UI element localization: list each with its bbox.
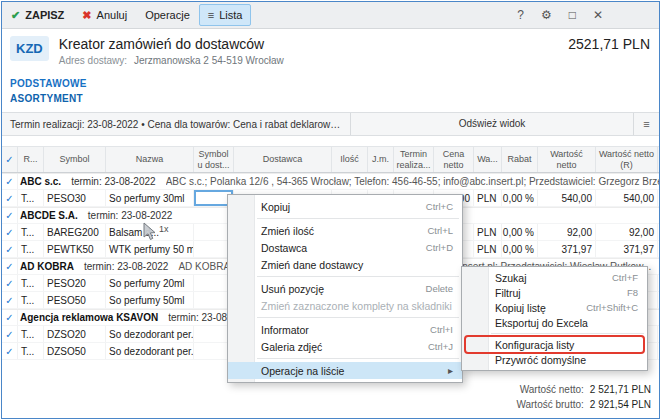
group-row[interactable]: ✓ABC s.c.termin: 23-08-2022ABC s.c.; Pol… xyxy=(2,173,659,190)
delivery-address: Adres dostawy: Jerzmanowska 2 54-519 Wro… xyxy=(59,55,650,66)
tab-podstawowe[interactable]: PODSTAWOWE xyxy=(10,76,87,91)
cell[interactable]: PLN xyxy=(474,190,502,206)
cell[interactable]: 371,97 xyxy=(596,241,658,257)
column-header[interactable]: Wa... xyxy=(474,147,502,172)
cell[interactable]: PESO50 xyxy=(44,292,106,308)
cell[interactable]: T... xyxy=(18,275,44,291)
context-menu: KopiujCtrl+CZmień ilośćCtrl+LDostawcaCtr… xyxy=(227,194,463,383)
cell[interactable]: T... xyxy=(18,241,44,257)
cell[interactable]: So perfumy 50ml xyxy=(106,292,194,308)
column-header[interactable]: Symbol u dost... xyxy=(194,147,234,172)
cell[interactable]: So perfumy 20ml xyxy=(106,275,194,291)
cell[interactable]: T... xyxy=(18,224,44,240)
row-checkbox[interactable]: ✓ xyxy=(2,190,18,206)
supplier-termin: termin: 23-08-2022 xyxy=(71,176,156,187)
drag-quantity-label: 1x xyxy=(159,224,169,242)
column-header[interactable]: Wartość netto (R) xyxy=(596,147,658,172)
menu-item[interactable]: FiltrujF8 xyxy=(462,285,647,300)
menu-item[interactable]: Kopiuj listęCtrl+Shift+C xyxy=(462,300,647,315)
cell[interactable]: 0,00 % xyxy=(502,241,538,257)
cell[interactable]: DZSO50 xyxy=(44,343,106,359)
cell[interactable]: T... xyxy=(18,292,44,308)
cell[interactable]: 92,00 xyxy=(538,224,596,240)
menu-item[interactable]: Usuń pozycjęDelete xyxy=(228,280,462,297)
cell[interactable]: PESO20 xyxy=(44,275,106,291)
save-button[interactable]: ✔ ZAPISZ xyxy=(2,2,73,28)
filter-summary[interactable]: Termin realizacji: 23-08-2022 • Cena dla… xyxy=(2,119,350,130)
cell[interactable]: PLN xyxy=(474,224,502,240)
column-header[interactable]: Wartość netto xyxy=(538,147,596,172)
cell[interactable]: 540,00 xyxy=(538,190,596,206)
group-row-text: ABC s.c.termin: 23-08-2022ABC s.c.; Pola… xyxy=(18,176,659,187)
menu-item[interactable]: Konfiguracja listy xyxy=(462,337,647,352)
menu-item[interactable]: InformatorCtrl+I xyxy=(228,321,462,338)
menu-item[interactable]: Galeria zdjęćCtrl+J xyxy=(228,338,462,355)
row-checkbox[interactable]: ✓ xyxy=(2,292,18,308)
select-all-checkbox[interactable]: ✓ xyxy=(2,147,18,172)
settings-gear-icon[interactable]: ⚙ xyxy=(541,9,552,21)
document-header: KZD Kreator zamówień do dostawców 2521,7… xyxy=(2,29,659,68)
row-checkbox[interactable]: ✓ xyxy=(2,310,18,325)
menu-item[interactable]: Eksportuj do Excela xyxy=(462,315,647,330)
cell[interactable]: WTK perfumy 50 ml xyxy=(106,241,194,257)
cell[interactable]: PESO30 xyxy=(44,190,106,206)
menu-item[interactable]: Operacje na liście▸ xyxy=(228,362,462,379)
column-header[interactable]: Cena netto xyxy=(434,147,474,172)
help-icon[interactable]: ? xyxy=(517,9,524,21)
cell[interactable]: 540,00 xyxy=(596,190,658,206)
operations-menu-button[interactable]: Operacje xyxy=(136,2,199,28)
refresh-view-button[interactable]: Odśwież widok xyxy=(350,113,633,135)
column-header[interactable]: Dostawca xyxy=(234,147,332,172)
row-checkbox[interactable]: ✓ xyxy=(2,259,18,274)
cell[interactable]: 0,00 % xyxy=(502,190,538,206)
supplier-detail: AD KOBRA xyxy=(178,261,230,272)
context-submenu: SzukajCtrl+FFiltrujF8Kopiuj listęCtrl+Sh… xyxy=(461,266,648,371)
menu-item-label: Usuń pozycję xyxy=(261,283,324,295)
row-checkbox[interactable]: ✓ xyxy=(2,208,18,223)
list-view-button[interactable]: ≡ Lista xyxy=(199,4,252,26)
cell[interactable]: So dezodorant per... xyxy=(106,343,194,359)
close-icon[interactable]: ✕ xyxy=(593,9,603,21)
cell[interactable]: 92,00 xyxy=(596,224,658,240)
cell[interactable]: PLN xyxy=(474,241,502,257)
menu-item[interactable]: Zmień ilośćCtrl+L xyxy=(228,222,462,239)
cell[interactable]: So perfumy 30ml xyxy=(106,190,194,206)
menu-item[interactable]: Zmień dane dostawcy xyxy=(228,256,462,273)
column-header[interactable]: Termin realiza... xyxy=(394,147,434,172)
column-header[interactable]: Rabat xyxy=(502,147,538,172)
menu-item[interactable]: KopiujCtrl+C xyxy=(228,198,462,215)
row-checkbox[interactable]: ✓ xyxy=(2,343,18,359)
cell[interactable]: 0,00 % xyxy=(502,224,538,240)
menu-shortcut: Delete xyxy=(414,283,453,294)
toolbar: ✔ ZAPISZ ✖ Anuluj Operacje ≡ Lista ? ⚙ □… xyxy=(2,2,659,29)
menu-item-label: Galeria zdjęć xyxy=(261,341,322,353)
menu-item[interactable]: SzukajCtrl+F xyxy=(462,270,647,285)
cancel-button[interactable]: ✖ Anuluj xyxy=(73,2,136,28)
tab-asortyment[interactable]: ASORTYMENT xyxy=(10,91,83,106)
row-checkbox[interactable]: ✓ xyxy=(2,241,18,257)
row-checkbox[interactable]: ✓ xyxy=(2,326,18,342)
cell[interactable]: So dezodorant per... xyxy=(106,326,194,342)
column-header[interactable]: Symbol xyxy=(44,147,106,172)
row-checkbox[interactable]: ✓ xyxy=(2,275,18,291)
cell[interactable]: T... xyxy=(18,190,44,206)
column-header[interactable]: Ilość xyxy=(332,147,368,172)
filter-menu-icon[interactable]: ≡ xyxy=(633,113,659,135)
cell[interactable]: DZSO20 xyxy=(44,326,106,342)
maximize-icon[interactable]: □ xyxy=(569,9,576,21)
row-checkbox[interactable]: ✓ xyxy=(2,224,18,240)
menu-item[interactable]: DostawcaCtrl+D xyxy=(228,239,462,256)
cancel-label: Anuluj xyxy=(97,9,128,21)
list-label: Lista xyxy=(219,9,242,21)
cell[interactable]: T... xyxy=(18,326,44,342)
cell[interactable]: PEWTK50 xyxy=(44,241,106,257)
column-header[interactable]: J.m. xyxy=(368,147,394,172)
column-header[interactable]: R... xyxy=(18,147,44,172)
column-header[interactable]: Nazwa xyxy=(106,147,194,172)
cell[interactable]: T... xyxy=(18,343,44,359)
cell[interactable]: 371,97 xyxy=(538,241,596,257)
menu-item[interactable]: Przywróć domyślne xyxy=(462,352,647,367)
menu-separator xyxy=(491,333,644,334)
row-checkbox[interactable]: ✓ xyxy=(2,174,18,189)
cell[interactable]: BAREG200 xyxy=(44,224,106,240)
